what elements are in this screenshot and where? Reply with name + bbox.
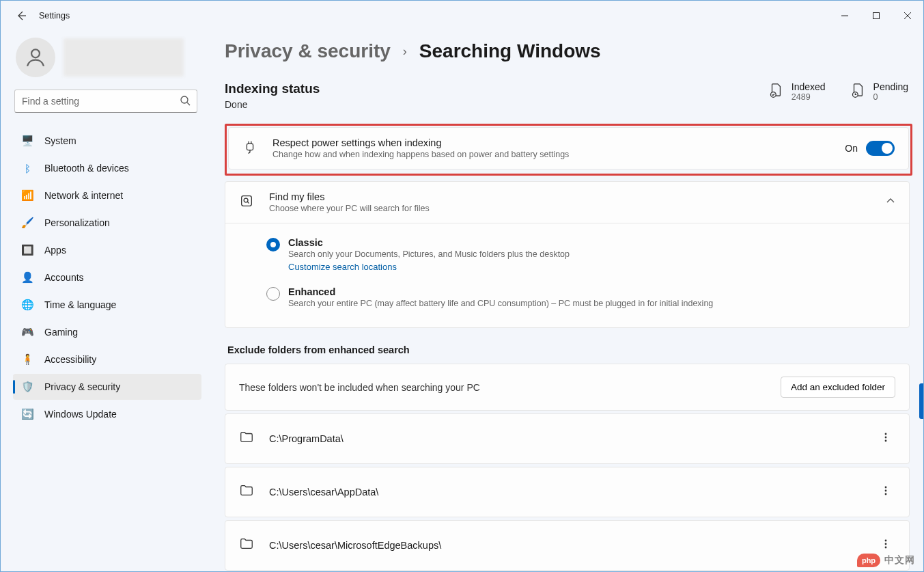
sidebar-item-label: Privacy & security: [44, 381, 120, 392]
plug-icon: [242, 139, 257, 157]
sidebar-item-time-language[interactable]: 🌐Time & language: [13, 292, 201, 318]
accent-strip: [919, 383, 923, 419]
radio-classic[interactable]: [266, 238, 280, 251]
sidebar-item-accounts[interactable]: 👤Accounts: [13, 264, 201, 290]
sidebar-item-system[interactable]: 🖥️System: [13, 128, 201, 154]
radio-desc: Search only your Documents, Pictures, an…: [288, 249, 570, 259]
main-content: Privacy & security › Searching Windows I…: [206, 31, 923, 571]
sidebar-item-label: Network & internet: [44, 190, 123, 201]
breadcrumb: Privacy & security › Searching Windows: [225, 40, 915, 62]
chevron-right-icon: ›: [403, 44, 407, 59]
exclude-heading: Exclude folders from enhanced search: [227, 344, 915, 355]
radio-desc: Search your entire PC (may affect batter…: [288, 299, 713, 308]
respect-power-title: Respect power settings when indexing: [272, 137, 830, 148]
search-icon: [180, 95, 191, 109]
more-options-button[interactable]: [876, 428, 895, 450]
sidebar-item-label: Time & language: [44, 299, 116, 310]
maximize-icon: [872, 12, 880, 20]
maximize-button[interactable]: [860, 5, 892, 27]
indexing-status-heading: Indexing status: [225, 81, 320, 96]
watermark: php 中文网: [857, 554, 915, 567]
sidebar-item-bluetooth-devices[interactable]: ᛒBluetooth & devices: [13, 155, 201, 181]
find-my-files-options: ClassicSearch only your Documents, Pictu…: [225, 223, 909, 327]
breadcrumb-current: Searching Windows: [419, 40, 601, 62]
app-title: Settings: [39, 11, 70, 21]
search-input[interactable]: [14, 90, 197, 113]
find-my-files-header[interactable]: Find my files Choose where your PC will …: [225, 182, 909, 223]
excluded-folder-list: C:\ProgramData\C:\Users\cesar\AppData\C:…: [225, 413, 915, 571]
folder-icon: [239, 483, 254, 501]
window-controls: [829, 5, 923, 27]
watermark-logo: php: [857, 554, 880, 567]
profile-info-redacted: [64, 38, 184, 77]
sidebar-item-label: Personalization: [44, 217, 110, 228]
nav-list: 🖥️SystemᛒBluetooth & devices📶Network & i…: [13, 128, 201, 427]
highlighted-setting: Respect power settings when indexing Cha…: [225, 124, 912, 176]
sidebar-item-label: Accounts: [44, 272, 84, 283]
toggle-state-label: On: [845, 143, 858, 154]
indexing-status-value: Done: [225, 99, 320, 110]
sidebar-item-label: Gaming: [44, 327, 78, 338]
svg-point-22: [885, 543, 887, 545]
sidebar-item-network-internet[interactable]: 📶Network & internet: [13, 182, 201, 208]
avatar: [16, 38, 55, 77]
minimize-button[interactable]: [829, 5, 860, 27]
file-clock-icon: [850, 83, 865, 100]
nav-icon: ᛒ: [21, 162, 33, 174]
watermark-text: 中文网: [884, 554, 915, 567]
sidebar-item-personalization[interactable]: 🖌️Personalization: [13, 210, 201, 236]
nav-icon: 🖥️: [21, 135, 33, 147]
nav-icon: 🌐: [21, 299, 33, 311]
excluded-folder-row: C:\ProgramData\: [225, 414, 909, 463]
svg-point-5: [181, 96, 188, 103]
sidebar-item-label: Bluetooth & devices: [44, 163, 129, 174]
titlebar-left: Settings: [13, 8, 70, 24]
sidebar-item-privacy-security[interactable]: 🛡️Privacy & security: [13, 374, 201, 400]
pending-label: Pending: [873, 81, 908, 92]
respect-power-toggle[interactable]: [866, 141, 895, 156]
svg-rect-9: [247, 144, 253, 150]
nav-icon: 👤: [21, 271, 33, 284]
close-icon: [904, 12, 912, 20]
find-files-option-classic[interactable]: ClassicSearch only your Documents, Pictu…: [266, 230, 895, 280]
svg-point-17: [885, 440, 887, 442]
file-check-icon: [768, 83, 783, 100]
svg-point-16: [885, 437, 887, 439]
back-button[interactable]: [13, 8, 29, 24]
minimize-icon: [841, 12, 849, 20]
indexed-value: 2489: [792, 92, 826, 102]
sidebar-item-label: Windows Update: [44, 409, 117, 420]
sidebar-item-apps[interactable]: 🔲Apps: [13, 237, 201, 263]
chevron-up-icon: [886, 196, 895, 208]
indexed-label: Indexed: [792, 81, 826, 92]
radio-title: Classic: [288, 237, 570, 248]
breadcrumb-parent[interactable]: Privacy & security: [225, 40, 391, 62]
svg-line-14: [247, 202, 249, 203]
sidebar-item-label: System: [44, 135, 76, 146]
exclude-intro-row: These folders won't be included when sea…: [225, 364, 909, 410]
svg-point-15: [885, 433, 887, 435]
radio-enhanced[interactable]: [266, 287, 280, 301]
radio-title: Enhanced: [288, 286, 713, 297]
arrow-left-icon: [16, 10, 27, 21]
nav-icon: 🔲: [21, 244, 33, 256]
sidebar-item-label: Apps: [44, 245, 66, 256]
sidebar-item-label: Accessibility: [44, 354, 96, 365]
folder-path: C:\Users\cesar\MicrosoftEdgeBackups\: [269, 540, 861, 551]
svg-point-4: [31, 49, 40, 57]
more-options-button[interactable]: [876, 481, 895, 503]
sidebar-item-gaming[interactable]: 🎮Gaming: [13, 319, 201, 345]
profile-block[interactable]: [13, 38, 201, 77]
sidebar-item-accessibility[interactable]: 🧍Accessibility: [13, 346, 201, 372]
exclude-intro-text: These folders won't be included when sea…: [239, 382, 480, 393]
nav-icon: 🧍: [21, 353, 33, 366]
close-button[interactable]: [892, 5, 923, 27]
folder-path: C:\ProgramData\: [269, 433, 861, 444]
find-files-option-enhanced[interactable]: EnhancedSearch your entire PC (may affec…: [266, 280, 895, 315]
add-excluded-folder-button[interactable]: Add an excluded folder: [781, 377, 895, 398]
sidebar-item-windows-update[interactable]: 🔄Windows Update: [13, 401, 201, 427]
pending-value: 0: [873, 92, 908, 102]
sidebar: 🖥️SystemᛒBluetooth & devices📶Network & i…: [1, 31, 206, 571]
customize-search-link[interactable]: Customize search locations: [288, 262, 397, 272]
indexing-status-row: Indexing status Done Indexed 2489: [225, 81, 915, 110]
